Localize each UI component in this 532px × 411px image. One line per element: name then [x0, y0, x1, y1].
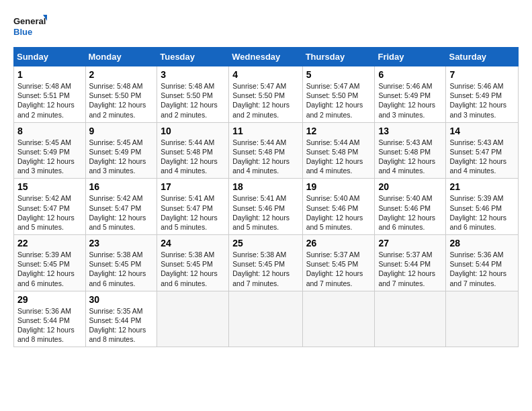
calendar-cell	[157, 291, 229, 347]
day-number: 28	[449, 238, 515, 248]
calendar-week-row: 29Sunrise: 5:36 AMSunset: 5:44 PMDayligh…	[14, 291, 519, 347]
day-number: 9	[89, 126, 154, 136]
day-number: 27	[378, 238, 442, 248]
cell-info: Sunrise: 5:45 AMSunset: 5:49 PMDaylight:…	[17, 138, 75, 175]
cell-info: Sunrise: 5:38 AMSunset: 5:45 PMDaylight:…	[89, 250, 146, 287]
calendar-header-friday: Friday	[375, 48, 446, 66]
calendar-cell: 11Sunrise: 5:44 AMSunset: 5:48 PMDayligh…	[229, 122, 302, 179]
calendar-cell: 1Sunrise: 5:48 AMSunset: 5:51 PMDaylight…	[14, 66, 86, 123]
calendar-cell: 20Sunrise: 5:40 AMSunset: 5:46 PMDayligh…	[375, 179, 446, 235]
cell-info: Sunrise: 5:44 AMSunset: 5:48 PMDaylight:…	[161, 138, 218, 175]
cell-info: Sunrise: 5:42 AMSunset: 5:47 PMDaylight:…	[89, 194, 146, 231]
logo: General Blue	[13, 13, 47, 40]
day-number: 1	[17, 69, 82, 80]
cell-info: Sunrise: 5:39 AMSunset: 5:46 PMDaylight:…	[449, 194, 506, 231]
calendar-header-tuesday: Tuesday	[157, 48, 229, 66]
calendar-cell: 9Sunrise: 5:45 AMSunset: 5:49 PMDaylight…	[85, 122, 157, 179]
calendar-header-wednesday: Wednesday	[229, 48, 302, 66]
calendar-header-sunday: Sunday	[14, 48, 86, 66]
logo-svg: General Blue	[13, 13, 47, 40]
day-number: 25	[232, 238, 298, 248]
calendar-cell: 14Sunrise: 5:43 AMSunset: 5:47 PMDayligh…	[446, 122, 519, 179]
calendar-cell: 17Sunrise: 5:41 AMSunset: 5:47 PMDayligh…	[157, 179, 229, 235]
calendar-cell: 16Sunrise: 5:42 AMSunset: 5:47 PMDayligh…	[85, 179, 157, 235]
day-number: 11	[232, 126, 298, 136]
calendar-cell	[302, 291, 375, 347]
day-number: 22	[17, 238, 82, 248]
day-number: 18	[232, 181, 298, 192]
cell-info: Sunrise: 5:44 AMSunset: 5:48 PMDaylight:…	[232, 138, 290, 175]
cell-info: Sunrise: 5:48 AMSunset: 5:50 PMDaylight:…	[89, 82, 146, 119]
calendar-cell: 27Sunrise: 5:37 AMSunset: 5:44 PMDayligh…	[375, 235, 446, 291]
day-number: 29	[17, 294, 82, 305]
cell-info: Sunrise: 5:40 AMSunset: 5:46 PMDaylight:…	[378, 194, 435, 231]
calendar-cell	[229, 291, 302, 347]
calendar-cell: 30Sunrise: 5:35 AMSunset: 5:44 PMDayligh…	[85, 291, 157, 347]
day-number: 24	[161, 238, 225, 248]
cell-info: Sunrise: 5:35 AMSunset: 5:44 PMDaylight:…	[89, 307, 146, 344]
calendar-week-row: 1Sunrise: 5:48 AMSunset: 5:51 PMDaylight…	[14, 66, 519, 123]
calendar-cell: 13Sunrise: 5:43 AMSunset: 5:48 PMDayligh…	[375, 122, 446, 179]
day-number: 5	[306, 69, 371, 80]
calendar-cell: 15Sunrise: 5:42 AMSunset: 5:47 PMDayligh…	[14, 179, 86, 235]
cell-info: Sunrise: 5:37 AMSunset: 5:45 PMDaylight:…	[306, 250, 363, 287]
day-number: 7	[449, 69, 515, 80]
cell-info: Sunrise: 5:41 AMSunset: 5:47 PMDaylight:…	[161, 194, 218, 231]
calendar-header-thursday: Thursday	[302, 48, 375, 66]
calendar-table: SundayMondayTuesdayWednesdayThursdayFrid…	[13, 47, 519, 347]
cell-info: Sunrise: 5:47 AMSunset: 5:50 PMDaylight:…	[306, 82, 363, 119]
cell-info: Sunrise: 5:38 AMSunset: 5:45 PMDaylight:…	[161, 250, 218, 287]
calendar-cell: 23Sunrise: 5:38 AMSunset: 5:45 PMDayligh…	[85, 235, 157, 291]
calendar-cell	[375, 291, 446, 347]
day-number: 8	[17, 126, 82, 136]
calendar-cell: 24Sunrise: 5:38 AMSunset: 5:45 PMDayligh…	[157, 235, 229, 291]
cell-info: Sunrise: 5:42 AMSunset: 5:47 PMDaylight:…	[17, 194, 75, 231]
calendar-week-row: 15Sunrise: 5:42 AMSunset: 5:47 PMDayligh…	[14, 179, 519, 235]
cell-info: Sunrise: 5:45 AMSunset: 5:49 PMDaylight:…	[89, 138, 146, 175]
day-number: 17	[161, 181, 225, 192]
cell-info: Sunrise: 5:48 AMSunset: 5:51 PMDaylight:…	[17, 82, 75, 119]
calendar-body: 1Sunrise: 5:48 AMSunset: 5:51 PMDaylight…	[14, 66, 519, 347]
day-number: 21	[449, 181, 515, 192]
day-number: 2	[89, 69, 154, 80]
day-number: 3	[161, 69, 225, 80]
cell-info: Sunrise: 5:44 AMSunset: 5:48 PMDaylight:…	[306, 138, 363, 175]
cell-info: Sunrise: 5:48 AMSunset: 5:50 PMDaylight:…	[161, 82, 218, 119]
cell-info: Sunrise: 5:43 AMSunset: 5:48 PMDaylight:…	[378, 138, 435, 175]
calendar-header-row: SundayMondayTuesdayWednesdayThursdayFrid…	[14, 48, 519, 66]
day-number: 6	[378, 69, 442, 80]
cell-info: Sunrise: 5:36 AMSunset: 5:44 PMDaylight:…	[449, 250, 506, 287]
calendar-header-monday: Monday	[85, 48, 157, 66]
day-number: 16	[89, 181, 154, 192]
calendar-cell: 3Sunrise: 5:48 AMSunset: 5:50 PMDaylight…	[157, 66, 229, 123]
cell-info: Sunrise: 5:38 AMSunset: 5:45 PMDaylight:…	[232, 250, 290, 287]
calendar-cell: 10Sunrise: 5:44 AMSunset: 5:48 PMDayligh…	[157, 122, 229, 179]
calendar-cell: 8Sunrise: 5:45 AMSunset: 5:49 PMDaylight…	[14, 122, 86, 179]
cell-info: Sunrise: 5:36 AMSunset: 5:44 PMDaylight:…	[17, 307, 75, 344]
calendar-week-row: 22Sunrise: 5:39 AMSunset: 5:45 PMDayligh…	[14, 235, 519, 291]
day-number: 10	[161, 126, 225, 136]
calendar-cell: 5Sunrise: 5:47 AMSunset: 5:50 PMDaylight…	[302, 66, 375, 123]
svg-text:Blue: Blue	[13, 27, 32, 37]
day-number: 23	[89, 238, 154, 248]
calendar-cell: 6Sunrise: 5:46 AMSunset: 5:49 PMDaylight…	[375, 66, 446, 123]
cell-info: Sunrise: 5:39 AMSunset: 5:45 PMDaylight:…	[17, 250, 75, 287]
cell-info: Sunrise: 5:41 AMSunset: 5:46 PMDaylight:…	[232, 194, 290, 231]
calendar-cell: 19Sunrise: 5:40 AMSunset: 5:46 PMDayligh…	[302, 179, 375, 235]
day-number: 26	[306, 238, 371, 248]
cell-info: Sunrise: 5:47 AMSunset: 5:50 PMDaylight:…	[232, 82, 290, 119]
calendar-cell: 22Sunrise: 5:39 AMSunset: 5:45 PMDayligh…	[14, 235, 86, 291]
calendar-cell: 4Sunrise: 5:47 AMSunset: 5:50 PMDaylight…	[229, 66, 302, 123]
day-number: 20	[378, 181, 442, 192]
day-number: 4	[232, 69, 298, 80]
calendar-header-saturday: Saturday	[446, 48, 519, 66]
calendar-cell: 26Sunrise: 5:37 AMSunset: 5:45 PMDayligh…	[302, 235, 375, 291]
svg-text:General: General	[13, 16, 46, 26]
cell-info: Sunrise: 5:37 AMSunset: 5:44 PMDaylight:…	[378, 250, 435, 287]
calendar-cell: 18Sunrise: 5:41 AMSunset: 5:46 PMDayligh…	[229, 179, 302, 235]
calendar-cell: 29Sunrise: 5:36 AMSunset: 5:44 PMDayligh…	[14, 291, 86, 347]
day-number: 13	[378, 126, 442, 136]
calendar-cell: 12Sunrise: 5:44 AMSunset: 5:48 PMDayligh…	[302, 122, 375, 179]
day-number: 30	[89, 294, 154, 305]
day-number: 19	[306, 181, 371, 192]
